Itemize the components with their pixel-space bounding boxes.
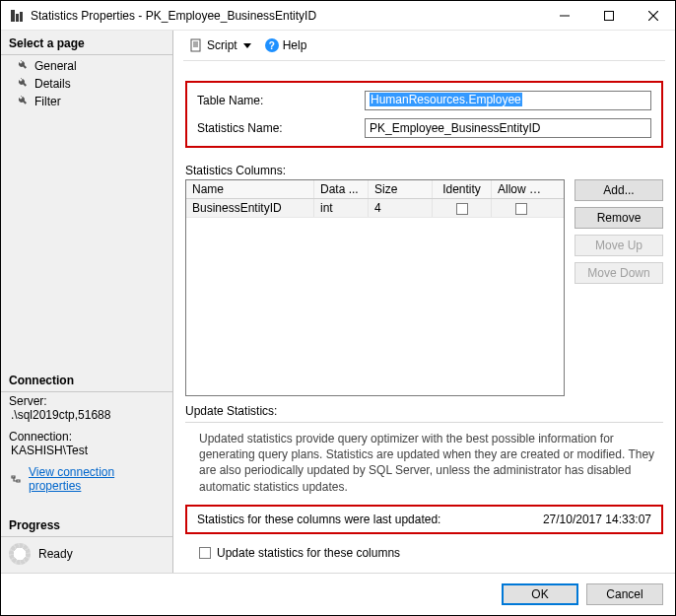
checkbox-icon bbox=[515, 203, 527, 215]
close-button[interactable] bbox=[631, 1, 675, 31]
svg-rect-0 bbox=[11, 10, 15, 22]
move-up-button[interactable]: Move Up bbox=[575, 235, 663, 256]
script-button[interactable]: Script bbox=[185, 36, 255, 54]
sidebar-item-label: Details bbox=[34, 77, 71, 91]
connection-value: KASHISH\Test bbox=[9, 444, 165, 457]
statistics-name-input[interactable] bbox=[365, 118, 651, 138]
chevron-down-icon bbox=[243, 43, 251, 48]
content-pane: Script ? Help Table Name: HumanResources… bbox=[173, 31, 675, 573]
col-header-identity[interactable]: Identity bbox=[433, 180, 492, 198]
col-header-name[interactable]: Name bbox=[186, 180, 314, 198]
wrench-icon bbox=[15, 78, 29, 90]
ok-button[interactable]: OK bbox=[502, 583, 578, 605]
connection-label: Connection: bbox=[9, 430, 165, 444]
col-header-datatype[interactable]: Data ... bbox=[314, 180, 369, 198]
svg-rect-5 bbox=[191, 39, 200, 51]
update-statistics-label: Update Statistics: bbox=[185, 404, 663, 418]
names-group: Table Name: HumanResources.Employee Stat… bbox=[185, 81, 663, 148]
last-updated-label: Statistics for these columns were last u… bbox=[197, 513, 504, 526]
checkbox-icon bbox=[456, 203, 468, 215]
table-name-label: Table Name: bbox=[197, 94, 365, 107]
app-icon bbox=[9, 8, 25, 24]
script-icon bbox=[189, 38, 203, 52]
columns-grid[interactable]: Name Data ... Size Identity Allow N... B… bbox=[185, 179, 565, 396]
progress-header: Progress bbox=[1, 513, 172, 536]
cell-datatype: int bbox=[314, 199, 369, 217]
script-label: Script bbox=[207, 38, 237, 52]
sidebar-item-general[interactable]: General bbox=[1, 57, 172, 75]
last-updated-value: 27/10/2017 14:33:07 bbox=[504, 513, 651, 526]
sidebar-item-filter[interactable]: Filter bbox=[1, 93, 172, 110]
minimize-button[interactable] bbox=[542, 1, 586, 31]
sidebar-item-label: General bbox=[34, 59, 77, 73]
cell-size: 4 bbox=[369, 199, 433, 217]
select-page-header: Select a page bbox=[1, 31, 172, 54]
wrench-icon bbox=[15, 96, 29, 107]
remove-button[interactable]: Remove bbox=[575, 207, 663, 229]
svg-rect-2 bbox=[20, 12, 23, 22]
server-value: .\sql2019ctp,51688 bbox=[9, 408, 165, 422]
cancel-button[interactable]: Cancel bbox=[586, 583, 663, 605]
cell-name: BusinessEntityID bbox=[186, 199, 314, 217]
help-label: Help bbox=[283, 38, 307, 52]
progress-status: Ready bbox=[38, 547, 73, 561]
maximize-button[interactable] bbox=[586, 1, 631, 31]
col-header-allownulls[interactable]: Allow N... bbox=[492, 180, 551, 198]
column-buttons: Add... Remove Move Up Move Down bbox=[575, 179, 663, 284]
sidebar-item-details[interactable]: Details bbox=[1, 75, 172, 93]
help-button[interactable]: ? Help bbox=[261, 36, 311, 54]
columns-grid-header: Name Data ... Size Identity Allow N... bbox=[186, 180, 564, 199]
svg-rect-4 bbox=[604, 11, 613, 20]
update-stats-checkbox-label: Update statistics for these columns bbox=[217, 546, 400, 560]
add-button[interactable]: Add... bbox=[575, 179, 663, 201]
statistics-name-label: Statistics Name: bbox=[197, 121, 365, 135]
svg-rect-1 bbox=[16, 14, 19, 22]
statistics-columns-label: Statistics Columns: bbox=[185, 164, 663, 177]
cell-allownulls bbox=[492, 199, 551, 217]
table-name-input[interactable]: HumanResources.Employee bbox=[365, 91, 651, 110]
titlebar: Statistics Properties - PK_Employee_Busi… bbox=[1, 1, 675, 31]
table-row[interactable]: BusinessEntityID int 4 bbox=[186, 199, 564, 218]
update-statistics-description: Updated statistics provide query optimiz… bbox=[199, 431, 661, 495]
view-connection-properties-link[interactable]: View connection properties bbox=[29, 465, 165, 493]
last-updated-group: Statistics for these columns were last u… bbox=[185, 505, 663, 534]
update-stats-checkbox[interactable] bbox=[199, 547, 211, 559]
svg-rect-3 bbox=[560, 15, 570, 16]
toolbar: Script ? Help bbox=[183, 31, 665, 61]
sidebar: Select a page General Details Filter bbox=[1, 31, 173, 573]
dialog-footer: OK Cancel bbox=[1, 573, 675, 615]
move-down-button[interactable]: Move Down bbox=[575, 262, 663, 284]
sidebar-item-label: Filter bbox=[34, 95, 61, 108]
server-label: Server: bbox=[9, 394, 165, 408]
cell-identity bbox=[433, 199, 492, 217]
help-icon: ? bbox=[265, 38, 279, 52]
col-header-size[interactable]: Size bbox=[369, 180, 433, 198]
progress-spinner-icon bbox=[9, 543, 31, 565]
window-title: Statistics Properties - PK_Employee_Busi… bbox=[31, 9, 316, 23]
wrench-icon bbox=[15, 60, 29, 72]
connection-icon bbox=[9, 473, 23, 485]
connection-header: Connection bbox=[1, 368, 172, 391]
